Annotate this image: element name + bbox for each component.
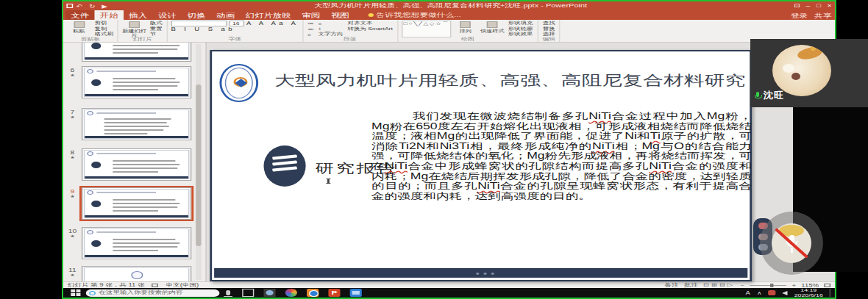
notes-button[interactable]: 备注 (664, 282, 678, 289)
slide-body-textbox[interactable]: 我们发现在微波烧结制备多孔NiTi合金过程中加入Mg粉，Mg粉在650度左右开始… (371, 112, 752, 201)
taskbar-icon-photos[interactable] (263, 289, 275, 297)
volume-icon[interactable] (783, 291, 788, 295)
tab-5[interactable]: 动画 (211, 10, 241, 20)
slide[interactable]: 大型风力机叶片用轻质、高强、高阻尼复合材料研究 研究报告 我们发现在微波烧结制备… (210, 50, 752, 281)
ribbon-group-body: □○╲╱△◇☆⌒()→排列快速样式形状填充形状轮廓形状效果 (401, 21, 533, 37)
tell-me-box[interactable]: 告诉我您想要做什么... (368, 10, 461, 20)
slide-thumbnail-9[interactable] (82, 187, 191, 220)
ribbon-button-icon[interactable]: ≔ (306, 21, 315, 26)
thumbnail-row-6: 6★ (63, 66, 205, 100)
zoom-slider-knob[interactable] (770, 284, 773, 287)
search-placeholder: 在这里输入你要搜索的内容 (99, 289, 182, 296)
share-button[interactable]: 共享 (811, 10, 835, 20)
undo-redo-slideshow-icons[interactable]: ↶ ↻ ▶ (77, 3, 110, 10)
tab-6[interactable]: 幻灯片放映 (240, 10, 296, 20)
save-icon[interactable] (66, 4, 73, 8)
zoom-out-button[interactable]: − (740, 283, 744, 288)
mic-on-icon (755, 92, 761, 100)
slide-canvas[interactable]: 大型风力机叶片用轻质、高强、高阻尼复合材料研究 研究报告 我们发现在微波烧结制备… (207, 43, 835, 281)
input-method-indicator[interactable]: A (746, 290, 750, 295)
ribbon-button-快速样式[interactable]: 快速样式 (480, 21, 505, 37)
taskbar-icon-colorful-app[interactable] (285, 289, 297, 297)
tab-2[interactable]: 插入 (124, 10, 153, 20)
show-desktop-button[interactable] (830, 289, 832, 297)
thumb-text-line (113, 82, 179, 83)
quick-access-toolbar[interactable]: ↶ ↻ ▶ (63, 3, 110, 10)
participant-video-tile[interactable]: 沈旺 (750, 39, 868, 107)
ribbon-button-新建幻灯片[interactable]: 新建幻灯片 (122, 21, 147, 37)
font-name-box[interactable] (171, 21, 227, 26)
taskbar-icon-task-view[interactable] (242, 289, 254, 297)
spellcheck-icon[interactable] (152, 284, 159, 287)
font-effect-buttons[interactable]: A A Aa A (246, 21, 299, 26)
ribbon-button-转换为 SmartArt[interactable]: 转换为 SmartArt (346, 26, 394, 32)
zoom-level[interactable]: 115% (801, 283, 819, 288)
thumb-text-line (104, 118, 171, 120)
tab-7[interactable]: 审阅 (296, 10, 326, 20)
font-size-box[interactable]: 16 (230, 21, 245, 26)
college-logo-icon[interactable] (219, 64, 258, 102)
animation-star-icon: ★ (65, 73, 79, 78)
tab-0[interactable]: 文件 (65, 10, 95, 20)
fit-to-window-icon[interactable] (824, 284, 830, 287)
hidden-icons-chevron[interactable]: ∧ (757, 290, 762, 296)
ribbon-glyph-icon: ≔ (307, 21, 314, 26)
thumbnail-number: 11★ (65, 267, 79, 278)
sign-in-button[interactable]: 登录 (787, 10, 811, 20)
zoom-in-button[interactable]: + (791, 283, 796, 288)
meeting-window: ↶ ↻ ▶ 大型风力机叶片用轻质、高强、高阻尼复合材料研究+沈旺.pptx - … (0, 0, 868, 299)
thumb-circle-icon (91, 201, 101, 207)
maximize-button[interactable]: □ (814, 1, 825, 10)
participant-name-row: 沈旺 (755, 89, 784, 102)
tab-4[interactable]: 切换 (182, 10, 211, 20)
windows-logo-icon (71, 289, 75, 292)
tab-3[interactable]: 设计 (153, 10, 182, 20)
shapes-gallery[interactable]: □○╲╱△◇☆⌒()→ (401, 21, 450, 37)
slide-thumbnail-8[interactable] (82, 148, 191, 181)
taskbar-icon-file-explorer[interactable] (350, 289, 362, 297)
tab-8[interactable]: 视图 (326, 10, 355, 20)
language-indicator[interactable]: 中文(中国) (166, 282, 199, 289)
ribbon-group-font: 16B I U S abA A Aa A字体 (168, 20, 303, 42)
thumb-circle-icon (91, 43, 101, 49)
slide-title-textbox[interactable]: 大型风力机叶片用轻质、高强、高阻尼复合材料研究 (274, 72, 747, 89)
mic-stem (791, 248, 793, 253)
taskbar-icon-meeting-app[interactable] (307, 289, 319, 297)
animation-star-icon: ★ (65, 234, 79, 239)
slide-thumbnail-7[interactable] (82, 108, 191, 140)
ribbon-big-icon (460, 21, 471, 28)
thumb-title-line (96, 153, 156, 154)
zoom-slider[interactable] (750, 285, 786, 286)
slide-thumbnail-pane[interactable]: 5★6★7★8★9★10★11★ (63, 43, 207, 281)
thumb-text-line (113, 164, 179, 165)
ribbon-group-label: 段落 (303, 37, 397, 42)
floating-mic-muted-button[interactable] (760, 212, 823, 275)
books-icon[interactable] (263, 145, 305, 187)
ribbon-big-icon (129, 21, 140, 28)
slide-thumbnail-6[interactable] (82, 66, 191, 98)
ribbon-button-粘贴[interactable]: 粘贴 (66, 21, 91, 37)
tab-1[interactable]: 开始 (94, 10, 124, 20)
thumb-text-line (113, 250, 158, 251)
ribbon-button-排列[interactable]: 排列 (453, 21, 478, 37)
start-button[interactable] (68, 288, 83, 298)
slide-thumbnail-11[interactable] (82, 266, 191, 281)
microphone-icon[interactable] (226, 290, 230, 295)
ribbon-display-options-button[interactable]: ⊡ (791, 1, 803, 10)
comments-button[interactable]: 批注 (684, 282, 698, 289)
taskbar-icon-powerpoint[interactable]: P (328, 289, 340, 297)
slide-thumbnail-10[interactable] (82, 227, 191, 259)
taskbar-app-icons: P (242, 289, 362, 297)
minimize-button[interactable]: – (803, 1, 814, 10)
ribbon-button-icon[interactable]: » (317, 21, 344, 26)
ribbon-button-icon[interactable]: ≕ (306, 26, 315, 32)
close-button[interactable]: × (824, 1, 835, 10)
font-style-buttons[interactable]: B I U S ab (171, 26, 244, 32)
taskbar-search-box[interactable]: 在这里输入你要搜索的内容 (86, 289, 220, 297)
taskbar-clock[interactable]: 14:19 2020/6/16 (794, 288, 823, 298)
ribbon-group-label: 绘图 (398, 37, 537, 42)
view-switcher-icons[interactable]: ⊡⊞⊟▷ (703, 282, 735, 288)
ribbon-big-icon (487, 21, 498, 28)
slide-thumbnail-5[interactable] (82, 43, 191, 62)
recording-status-icon[interactable] (769, 290, 776, 295)
